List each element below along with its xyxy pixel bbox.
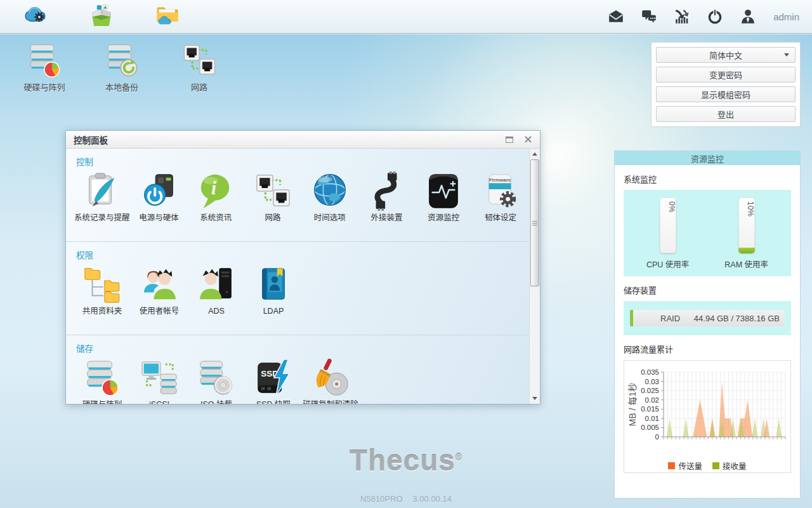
close-button[interactable] — [524, 135, 532, 144]
legend-label: 接收量 — [723, 460, 747, 472]
resource-monitor-panel: 资源监控 系统监控 0%CPU 使用率10%RAM 使用率 储存装置 RAID … — [614, 150, 801, 498]
iscsi-icon — [140, 358, 179, 398]
messages-button[interactable] — [607, 8, 624, 25]
gauge-label: CPU 使用率 — [646, 258, 689, 270]
cp-tile-system-info[interactable]: i系统资讯 — [188, 171, 245, 237]
gauge-bar: 10% — [738, 197, 755, 253]
cp-section-title: 权限 — [76, 248, 529, 261]
system-monitor-heading: 系统监控 — [624, 173, 791, 185]
chat-button[interactable] — [640, 8, 657, 25]
cp-tile-label: 系统资讯 — [200, 213, 232, 223]
scrollbar-thumb[interactable] — [530, 159, 539, 286]
window-body: 控制系统记录与提醒电源与硬体i系统资讯网路时间选项外接装置资源监控Firmwar… — [66, 149, 540, 404]
cp-tile-power-hardware[interactable]: 电源与硬体 — [131, 171, 188, 237]
firmware-settings-icon: Firmware — [481, 171, 520, 211]
svg-text:0.035: 0.035 — [641, 368, 659, 376]
language-select[interactable]: 简体中文 — [656, 47, 796, 63]
shortcut-label: 本地备份 — [105, 81, 138, 93]
traffic-monitor-button[interactable] — [673, 8, 690, 25]
chart-legend: 传送量接收量 — [624, 460, 790, 472]
cp-tile-disk-array[interactable]: 硬碟与阵列 — [74, 358, 131, 404]
cp-tile-label: 时间选项 — [314, 213, 346, 223]
shortcut-label: 网路 — [191, 81, 207, 93]
user-button[interactable] — [739, 8, 756, 25]
external-device-icon — [367, 171, 407, 211]
shared-folder-icon — [82, 265, 122, 304]
firmware-version: 3.00.00.14 — [413, 494, 452, 504]
folderapp-icon — [152, 3, 183, 30]
gauge-value: 10% — [738, 201, 755, 217]
storage-device-heading: 储存装置 — [624, 284, 791, 296]
registered-mark: ® — [455, 452, 462, 462]
appbox-icon — [86, 3, 117, 30]
window-titlebar[interactable]: 控制面板 — [66, 131, 540, 149]
maximize-icon — [506, 137, 513, 143]
cp-tile-label: ISO 挂载 — [200, 399, 232, 404]
time-options-icon — [310, 171, 350, 211]
app-center-button[interactable] — [86, 3, 117, 30]
legend-swatch — [668, 462, 675, 469]
svg-text:0.03: 0.03 — [645, 378, 659, 385]
cp-tile-label: 磁碟复制和清除 — [303, 399, 358, 404]
network-icon — [253, 171, 292, 211]
traffic-chart-svg: 00.0050.010.0150.020.0250.030.035MB / 每1… — [624, 366, 792, 458]
shutdown-button[interactable] — [706, 8, 723, 25]
desktop-shortcut-network[interactable]: 网路 — [169, 42, 230, 93]
cloud-icon — [20, 3, 51, 30]
scroll-down-button[interactable] — [530, 394, 540, 403]
maximize-button[interactable] — [506, 137, 513, 143]
cp-tile-external-device[interactable]: 外接装置 — [358, 171, 416, 237]
cp-tile-user-accounts[interactable]: 使用者帐号 — [131, 265, 188, 331]
disk-array-icon — [26, 42, 63, 79]
cp-tile-system-log[interactable]: 系统记录与提醒 — [74, 171, 131, 237]
svg-text:i: i — [211, 178, 216, 198]
cp-tile-disk-clone-wipe[interactable]: 磁碟复制和清除 — [302, 358, 359, 404]
cp-tile-ads[interactable]: ADS — [188, 265, 245, 331]
local-backup-icon — [103, 42, 140, 79]
desktop-shortcut-disk-array[interactable]: 硬碟与阵列 — [14, 42, 75, 93]
cp-tile-ldap[interactable]: LDAP — [245, 265, 302, 331]
cp-tile-label: 系统记录与提醒 — [74, 213, 130, 223]
control-panel-content: 控制系统记录与提醒电源与硬体i系统资讯网路时间选项外接装置资源监控Firmwar… — [66, 149, 529, 404]
svg-text:0.025: 0.025 — [641, 387, 659, 394]
gauge-ram: 10%RAM 使用率 — [724, 197, 768, 276]
cp-tile-ssd-cache[interactable]: SSDSSD 快取 — [245, 358, 302, 404]
cp-section-title: 控制 — [76, 155, 529, 168]
cp-tile-label: iSCSI — [149, 399, 169, 404]
legend-label: 传送量 — [678, 460, 702, 472]
close-icon — [524, 135, 532, 144]
change-password-button[interactable]: 变更密码 — [656, 67, 796, 83]
logout-button[interactable]: 登出 — [656, 106, 796, 122]
system-info-icon: i — [196, 171, 235, 211]
scroll-up-button[interactable] — [530, 149, 540, 159]
cp-tile-time-options[interactable]: 时间选项 — [301, 171, 358, 237]
chevron-down-icon — [784, 53, 789, 57]
cp-tile-firmware-settings[interactable]: Firmware韧体设定 — [472, 171, 529, 237]
user-accounts-icon — [140, 265, 179, 304]
vertical-scrollbar[interactable] — [529, 149, 540, 404]
mail-icon — [607, 8, 624, 25]
gauge-cpu: 0%CPU 使用率 — [646, 197, 689, 276]
cp-tile-shared-folder[interactable]: 共用资料夹 — [74, 265, 131, 331]
cp-tile-iso-mount[interactable]: ISO 挂载 — [188, 358, 245, 404]
cp-tile-label: 网路 — [265, 213, 281, 223]
desktop-shortcut-local-backup[interactable]: 本地备份 — [91, 42, 152, 93]
svg-text:Firmware: Firmware — [489, 177, 511, 183]
user-icon — [739, 8, 756, 25]
gauge-label: RAM 使用率 — [724, 258, 768, 270]
chat-icon — [640, 8, 657, 25]
shortcut-label: 硬碟与阵列 — [23, 81, 65, 93]
cp-tile-network[interactable]: 网路 — [244, 171, 301, 237]
toolbar-right-group: admin — [607, 8, 799, 25]
cp-tile-label: 使用者帐号 — [140, 306, 180, 316]
raid-status-led — [630, 310, 633, 326]
show-module-password-button[interactable]: 显示模组密码 — [656, 86, 796, 102]
cloud-app-button[interactable] — [20, 3, 51, 30]
cp-section-privilege: 权限共用资料夹使用者帐号ADSLDAP — [66, 242, 529, 335]
cp-tile-resource-monitor[interactable]: 资源监控 — [416, 171, 473, 237]
ssd-cache-icon: SSD — [254, 358, 293, 398]
cp-tile-label: 电源与硬体 — [139, 213, 179, 223]
cp-tile-iscsi[interactable]: iSCSI — [131, 358, 188, 404]
file-center-button[interactable] — [152, 3, 183, 30]
traffic-icon — [673, 8, 690, 25]
